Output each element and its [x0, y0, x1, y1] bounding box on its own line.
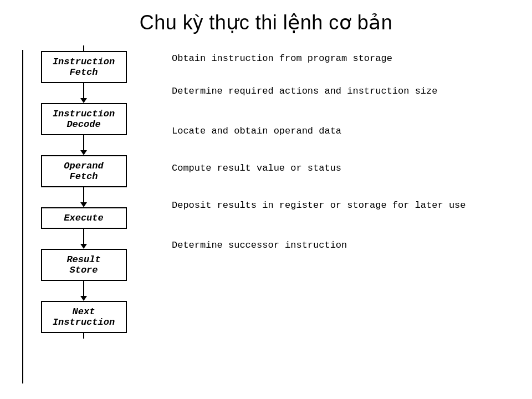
desc-decode-text: Determine required actions and instructi…: [172, 86, 437, 96]
desc-result: Deposit results in register or storage f…: [172, 185, 515, 225]
page-title: Chu kỳ thực thi lệnh cơ bản: [17, 11, 515, 34]
descriptions-column: Obtain instruction from program storage …: [144, 45, 515, 388]
step-result-store-label: ResultStore: [66, 254, 100, 275]
step-instruction-fetch-label: InstructionFetch: [53, 57, 115, 78]
step-instruction-decode: InstructionDecode: [41, 103, 127, 135]
arrow-4: [80, 229, 87, 249]
step-result-store: ResultStore: [41, 249, 127, 281]
arrow-2: [80, 135, 87, 155]
desc-fetch: Obtain instruction from program storage: [172, 45, 515, 71]
desc-operand: Locate and obtain operand data: [172, 111, 515, 151]
step-operand-fetch-label: OperandFetch: [64, 161, 103, 182]
desc-fetch-text: Obtain instruction from program storage: [172, 53, 392, 64]
desc-result-text: Deposit results in register or storage f…: [172, 200, 466, 211]
desc-execute-text: Compute result value or status: [172, 163, 341, 173]
arrow-5: [80, 281, 87, 301]
steps-column: InstructionFetch InstructionDecode Opera…: [23, 45, 144, 388]
step-execute-label: Execute: [64, 213, 103, 223]
step-operand-fetch: OperandFetch: [41, 155, 127, 187]
desc-next: Determine successor instruction: [172, 225, 515, 265]
step-next-instruction: NextInstruction: [41, 301, 127, 333]
step-instruction-decode-label: InstructionDecode: [53, 109, 115, 130]
desc-execute: Compute result value or status: [172, 151, 515, 185]
step-execute: Execute: [41, 207, 127, 229]
arrow-3: [80, 187, 87, 207]
desc-decode: Determine required actions and instructi…: [172, 71, 515, 111]
desc-next-text: Determine successor instruction: [172, 240, 347, 250]
arrow-1: [80, 83, 87, 103]
desc-operand-text: Locate and obtain operand data: [172, 126, 341, 136]
page: Chu kỳ thực thi lệnh cơ bản InstructionF…: [0, 0, 532, 399]
step-next-instruction-label: NextInstruction: [53, 306, 115, 328]
step-instruction-fetch: InstructionFetch: [41, 51, 127, 83]
